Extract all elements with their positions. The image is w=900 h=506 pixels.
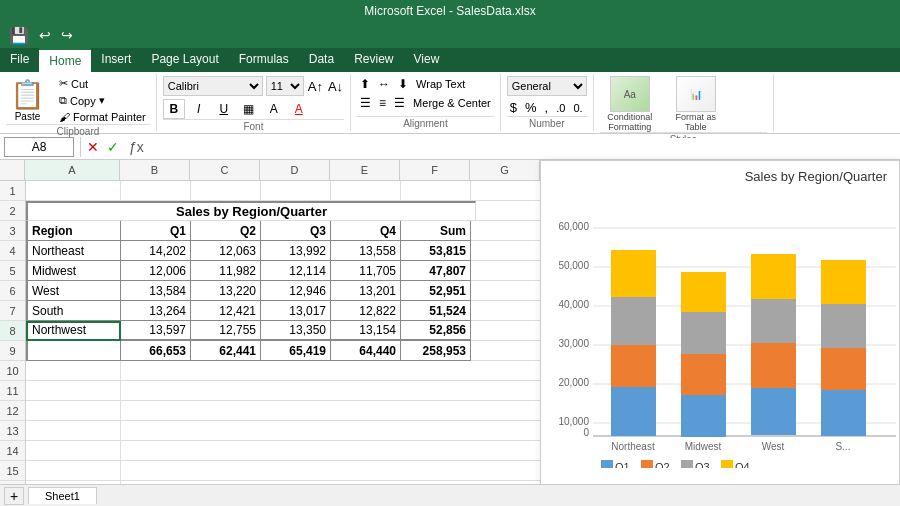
- fill-color-button[interactable]: A: [263, 99, 285, 119]
- underline-button[interactable]: U: [213, 99, 235, 119]
- cell-c4[interactable]: 12,063: [191, 241, 261, 261]
- cell-f5[interactable]: 47,807: [401, 261, 471, 281]
- cell-b8[interactable]: 13,597: [121, 321, 191, 341]
- cancel-formula-button[interactable]: ✕: [83, 139, 103, 155]
- border-button[interactable]: ▦: [238, 99, 260, 119]
- wrap-text-button[interactable]: Wrap Text: [413, 76, 468, 92]
- col-header-d[interactable]: D: [260, 160, 330, 180]
- cell-a5[interactable]: Midwest: [26, 261, 121, 281]
- col-header-a[interactable]: A: [25, 160, 120, 180]
- cell-e9[interactable]: 64,440: [331, 341, 401, 361]
- cell-g1[interactable]: [471, 181, 541, 201]
- row-header-15[interactable]: 15: [0, 461, 25, 481]
- font-grow-button[interactable]: A↑: [307, 78, 324, 95]
- row-header-10[interactable]: 10: [0, 361, 25, 381]
- tab-data[interactable]: Data: [299, 48, 344, 72]
- cell-d4[interactable]: 13,992: [261, 241, 331, 261]
- row-header-8[interactable]: 8: [0, 321, 25, 341]
- undo-btn[interactable]: ↩: [36, 27, 54, 43]
- cell-f7[interactable]: 51,524: [401, 301, 471, 321]
- row-header-9[interactable]: 9: [0, 341, 25, 361]
- cell-f4[interactable]: 53,815: [401, 241, 471, 261]
- row-header-3[interactable]: 3: [0, 221, 25, 241]
- cell-a1[interactable]: [26, 181, 121, 201]
- col-header-e[interactable]: E: [330, 160, 400, 180]
- row-header-12[interactable]: 12: [0, 401, 25, 421]
- cell-a8[interactable]: Northwest: [26, 321, 121, 341]
- formula-input[interactable]: [150, 138, 900, 156]
- cell-e8[interactable]: 13,154: [331, 321, 401, 341]
- tab-pagelayout[interactable]: Page Layout: [141, 48, 228, 72]
- save-btn[interactable]: 💾: [6, 26, 32, 45]
- row-header-1[interactable]: 1: [0, 181, 25, 201]
- cell-a6[interactable]: West: [26, 281, 121, 301]
- tab-formulas[interactable]: Formulas: [229, 48, 299, 72]
- italic-button[interactable]: I: [188, 99, 210, 119]
- paste-button[interactable]: 📋: [6, 79, 49, 111]
- row-header-7[interactable]: 7: [0, 301, 25, 321]
- cell-c9[interactable]: 62,441: [191, 341, 261, 361]
- comma-button[interactable]: ,: [542, 99, 552, 116]
- number-format-select[interactable]: General: [507, 76, 587, 96]
- cell-c6[interactable]: 13,220: [191, 281, 261, 301]
- row-header-4[interactable]: 4: [0, 241, 25, 261]
- col-header-b[interactable]: B: [120, 160, 190, 180]
- cell-f3[interactable]: Sum: [401, 221, 471, 241]
- cell-c3[interactable]: Q2: [191, 221, 261, 241]
- cell-b1[interactable]: [121, 181, 191, 201]
- cell-d6[interactable]: 12,946: [261, 281, 331, 301]
- font-size-select[interactable]: 11: [266, 76, 304, 96]
- cell-d5[interactable]: 12,114: [261, 261, 331, 281]
- cell-d3[interactable]: Q3: [261, 221, 331, 241]
- merge-center-button[interactable]: Merge & Center: [410, 95, 494, 111]
- cell-e7[interactable]: 12,822: [331, 301, 401, 321]
- col-header-g[interactable]: G: [470, 160, 540, 180]
- confirm-formula-button[interactable]: ✓: [103, 139, 123, 155]
- align-left-button[interactable]: ☰: [357, 95, 374, 111]
- cell-f8[interactable]: 52,856: [401, 321, 471, 341]
- tab-review[interactable]: Review: [344, 48, 403, 72]
- currency-button[interactable]: $: [507, 99, 520, 116]
- align-center-button[interactable]: ≡: [376, 95, 389, 111]
- cell-c1[interactable]: [191, 181, 261, 201]
- cell-c5[interactable]: 11,982: [191, 261, 261, 281]
- row-header-2[interactable]: 2: [0, 201, 25, 221]
- row-header-6[interactable]: 6: [0, 281, 25, 301]
- cell-a4[interactable]: Northeast: [26, 241, 121, 261]
- cell-e5[interactable]: 11,705: [331, 261, 401, 281]
- cell-c8[interactable]: 12,755: [191, 321, 261, 341]
- tab-home[interactable]: Home: [39, 48, 91, 72]
- row-header-13[interactable]: 13: [0, 421, 25, 441]
- row-header-5[interactable]: 5: [0, 261, 25, 281]
- cell-d7[interactable]: 13,017: [261, 301, 331, 321]
- font-family-select[interactable]: Calibri: [163, 76, 263, 96]
- cell-a9[interactable]: [26, 341, 121, 361]
- col-header-c[interactable]: C: [190, 160, 260, 180]
- align-right-button[interactable]: ☰: [391, 95, 408, 111]
- cell-a2-merged[interactable]: Sales by Region/Quarter: [26, 201, 476, 221]
- copy-button[interactable]: ⧉ Copy ▾: [55, 93, 150, 108]
- cell-b5[interactable]: 12,006: [121, 261, 191, 281]
- font-color-button[interactable]: A: [288, 99, 310, 119]
- cell-b3[interactable]: Q1: [121, 221, 191, 241]
- align-bottom-button[interactable]: ⬇: [395, 76, 411, 92]
- bold-button[interactable]: B: [163, 99, 185, 119]
- redo-btn[interactable]: ↪: [58, 27, 76, 43]
- decrease-decimal-button[interactable]: 0.: [570, 99, 585, 116]
- cell-c7[interactable]: 12,421: [191, 301, 261, 321]
- cell-d1[interactable]: [261, 181, 331, 201]
- increase-decimal-button[interactable]: .0: [553, 99, 568, 116]
- cell-f9[interactable]: 258,953: [401, 341, 471, 361]
- align-middle-button[interactable]: ↔: [375, 76, 393, 92]
- cell-b7[interactable]: 13,264: [121, 301, 191, 321]
- row-header-11[interactable]: 11: [0, 381, 25, 401]
- cell-e4[interactable]: 13,558: [331, 241, 401, 261]
- row-header-14[interactable]: 14: [0, 441, 25, 461]
- new-sheet-button[interactable]: +: [4, 487, 24, 505]
- cell-e1[interactable]: [331, 181, 401, 201]
- cell-a3[interactable]: Region: [26, 221, 121, 241]
- col-header-f[interactable]: F: [400, 160, 470, 180]
- cell-b6[interactable]: 13,584: [121, 281, 191, 301]
- tab-insert[interactable]: Insert: [91, 48, 141, 72]
- cell-e3[interactable]: Q4: [331, 221, 401, 241]
